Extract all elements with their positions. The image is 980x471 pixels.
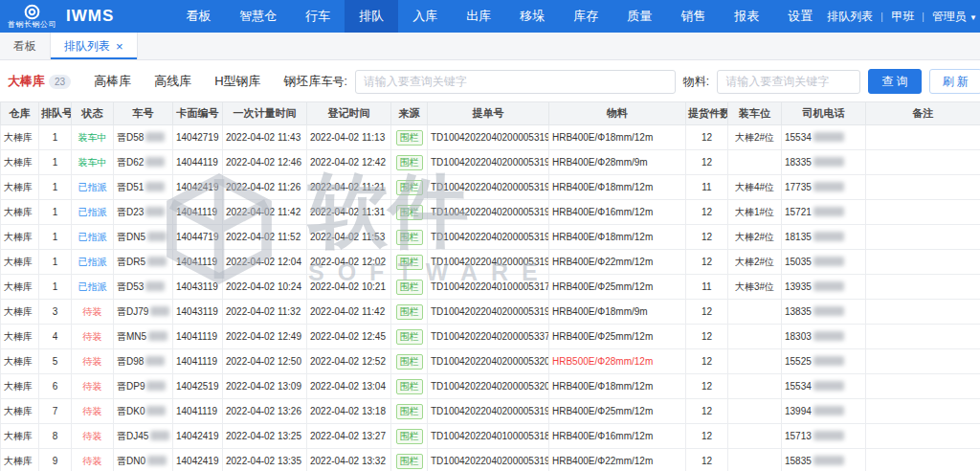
nav-item-6[interactable]: 移垛 bbox=[505, 0, 559, 33]
cell-dock: 大棒4#位 bbox=[728, 175, 782, 200]
cell-material: HRB400E/Φ22mm/12m bbox=[549, 449, 686, 471]
cell-queue: 1 bbox=[39, 175, 72, 200]
vehicle-search-input[interactable] bbox=[355, 70, 676, 94]
table-row[interactable]: 大棒库5待装晋D98140411192022-04-02 12:502022-0… bbox=[1, 349, 980, 374]
table-row[interactable]: 大棒库1已指派晋D51140424192022-04-02 11:262022-… bbox=[1, 175, 980, 200]
table-row[interactable]: 大棒库9待装晋DN0140424192022-04-02 13:352022-0… bbox=[1, 449, 980, 471]
table-row[interactable]: 大棒库1已指派晋D23140411192022-04-02 11:422022-… bbox=[1, 200, 980, 225]
cell-weigh_time: 2022-04-02 12:50 bbox=[223, 349, 307, 374]
nav-item-9[interactable]: 销售 bbox=[666, 0, 720, 33]
warehouse-tab-3[interactable]: H型钢库 bbox=[214, 73, 260, 90]
queue-list-link[interactable]: 排队列表 bbox=[827, 9, 873, 25]
search-button[interactable]: 查 询 bbox=[868, 69, 921, 94]
nav-item-0[interactable]: 看板 bbox=[171, 0, 225, 33]
chevron-down-icon: ▼ bbox=[969, 13, 977, 22]
table-row[interactable]: 大棒库4待装晋MN5140411192022-04-02 12:492022-0… bbox=[1, 325, 980, 349]
cell-bill: TD10042022040200005319 bbox=[428, 125, 549, 150]
table-row[interactable]: 大棒库3待装晋DJ79140431192022-04-02 11:322022-… bbox=[1, 300, 980, 325]
tab-label: 排队列表 bbox=[64, 38, 110, 55]
page-tabbar: 看板排队列表× bbox=[0, 33, 980, 60]
cell-queue: 1 bbox=[39, 150, 72, 175]
cell-phone: 15835 bbox=[782, 449, 866, 471]
redacted-blur bbox=[145, 182, 165, 191]
cell-material: HRB400E/Φ18mm/12m bbox=[549, 125, 686, 150]
cell-source: 围栏 bbox=[391, 125, 428, 150]
user-name: 管理员 bbox=[932, 10, 967, 23]
cell-qty: 12 bbox=[686, 200, 728, 225]
warehouse-tabs: 大棒库23高棒库高线库H型钢库钢坯库 bbox=[8, 73, 322, 90]
cell-remark bbox=[866, 449, 980, 471]
nav-item-8[interactable]: 质量 bbox=[612, 0, 666, 33]
cell-remark bbox=[866, 349, 980, 374]
warehouse-tab-4[interactable]: 钢坯库 bbox=[284, 73, 322, 90]
table-row[interactable]: 大棒库1已指派晋D53140431192022-04-02 10:242022-… bbox=[1, 275, 980, 300]
nav-item-2[interactable]: 行车 bbox=[291, 0, 345, 33]
cell-vehicle: 晋D53 bbox=[114, 275, 173, 300]
cell-material: HRB400E/Φ22mm/12m bbox=[549, 250, 686, 275]
filter-bar: 车号: 物料: 查 询 刷 新 bbox=[322, 69, 980, 94]
cell-status: 待装 bbox=[72, 349, 114, 374]
shift-selector[interactable]: 甲班 bbox=[891, 9, 914, 25]
cell-dock bbox=[728, 399, 782, 424]
cell-remark bbox=[866, 225, 980, 250]
redacted-blur bbox=[813, 207, 844, 216]
nav-item-1[interactable]: 智慧仓 bbox=[225, 0, 291, 33]
nav-item-10[interactable]: 报表 bbox=[720, 0, 773, 33]
table-row[interactable]: 大棒库1已指派晋DN5140447192022-04-02 11:522022-… bbox=[1, 225, 980, 250]
cell-reg_time: 2022-04-02 12:42 bbox=[307, 150, 391, 175]
column-header: 卡面编号 bbox=[173, 102, 223, 125]
cell-material: HRB400E/Φ25mm/12m bbox=[549, 399, 686, 424]
warehouse-tab-2[interactable]: 高线库 bbox=[154, 73, 191, 90]
nav-item-11[interactable]: 设置 bbox=[773, 0, 827, 33]
user-menu[interactable]: 管理员▼ bbox=[932, 9, 977, 25]
redacted-blur bbox=[145, 281, 165, 291]
table-row[interactable]: 大棒库1装车中晋D58140427192022-04-02 11:432022-… bbox=[1, 125, 980, 150]
nav-item-7[interactable]: 库存 bbox=[559, 0, 612, 33]
warehouse-tab-1[interactable]: 高棒库 bbox=[94, 73, 131, 90]
nav-item-4[interactable]: 入库 bbox=[398, 0, 452, 33]
material-search-input[interactable] bbox=[717, 70, 860, 94]
cell-source: 围栏 bbox=[391, 150, 428, 175]
close-icon[interactable]: × bbox=[116, 40, 123, 53]
tab-item-1[interactable]: 排队列表× bbox=[51, 33, 138, 59]
cell-material: HRB500E/Φ28mm/12m bbox=[549, 349, 686, 374]
nav-item-3[interactable]: 排队 bbox=[345, 0, 398, 33]
source-tag: 围栏 bbox=[396, 304, 423, 320]
cell-source: 围栏 bbox=[391, 225, 428, 250]
redacted-blur bbox=[813, 381, 844, 391]
cell-phone: 15534 bbox=[782, 125, 866, 150]
cell-source: 围栏 bbox=[391, 175, 428, 200]
cell-status: 已指派 bbox=[72, 175, 114, 200]
cell-status: 待装 bbox=[72, 300, 114, 325]
toolbar: 大棒库23高棒库高线库H型钢库钢坯库 车号: 物料: 查 询 刷 新 bbox=[0, 60, 980, 101]
cell-phone: 15525 bbox=[782, 349, 866, 374]
cell-remark bbox=[866, 424, 980, 449]
cell-weigh_time: 2022-04-02 11:32 bbox=[223, 300, 307, 325]
cell-material: HRB400E/Φ18mm/12m bbox=[549, 175, 686, 200]
cell-phone: 15534 bbox=[782, 374, 866, 399]
table-row[interactable]: 大棒库8待装晋DJ45140424192022-04-02 13:252022-… bbox=[1, 424, 980, 449]
cell-vehicle: 晋DN5 bbox=[114, 225, 173, 250]
table-row[interactable]: 大棒库1装车中晋D62140441192022-04-02 12:462022-… bbox=[1, 150, 980, 175]
source-tag: 围栏 bbox=[396, 205, 423, 220]
brand-logo-block: 首钢长钢公司 bbox=[8, 4, 56, 29]
cell-source: 围栏 bbox=[391, 200, 428, 225]
cell-weigh_time: 2022-04-02 11:42 bbox=[223, 200, 307, 225]
cell-card: 14041119 bbox=[173, 349, 223, 374]
cell-bill: TD10042022040200005319 bbox=[428, 225, 549, 250]
nav-item-5[interactable]: 出库 bbox=[452, 0, 505, 33]
table-row[interactable]: 大棒库7待装晋DK0140411192022-04-02 13:262022-0… bbox=[1, 399, 980, 424]
status-badge: 已指派 bbox=[78, 207, 107, 217]
table-row[interactable]: 大棒库1已指派晋DR5140411192022-04-02 12:042022-… bbox=[1, 250, 980, 275]
warehouse-tab-0[interactable]: 大棒库23 bbox=[8, 73, 71, 90]
cell-material: HRB400E/Φ18mm/12m bbox=[549, 225, 686, 250]
tab-item-0[interactable]: 看板 bbox=[0, 33, 51, 59]
cell-reg_time: 2022-04-02 11:13 bbox=[307, 125, 391, 150]
top-navbar: 首钢长钢公司 IWMS 看板智慧仓行车排队入库出库移垛库存质量销售报表设置 排队… bbox=[0, 0, 980, 33]
source-tag: 围栏 bbox=[396, 280, 423, 295]
refresh-button[interactable]: 刷 新 bbox=[929, 69, 980, 94]
cell-source: 围栏 bbox=[391, 250, 428, 275]
cell-queue: 1 bbox=[39, 125, 72, 150]
cell-queue: 3 bbox=[39, 300, 72, 325]
table-row[interactable]: 大棒库6待装晋DP9140425192022-04-02 13:092022-0… bbox=[1, 374, 980, 399]
